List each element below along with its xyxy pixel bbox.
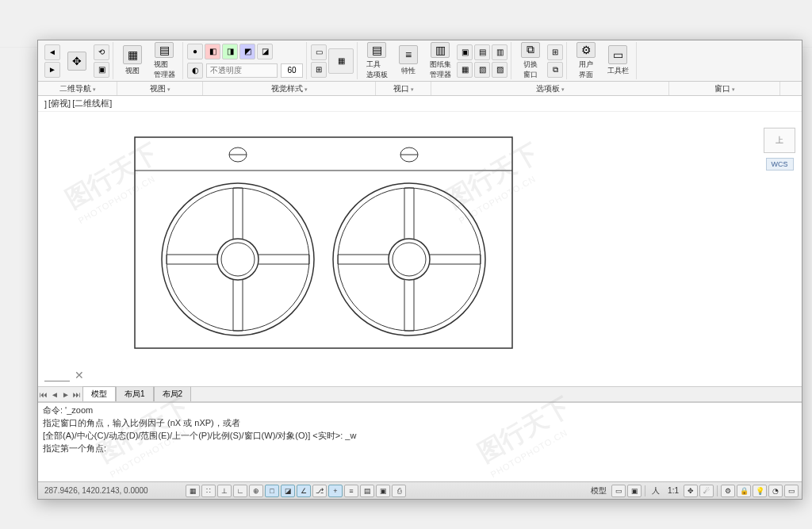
sb-iso-icon[interactable]: ◔	[768, 485, 783, 497]
panel-palettes[interactable]: 选项板	[431, 82, 669, 95]
stove-drawing	[133, 136, 514, 350]
command-window[interactable]: 命令: '_zoom 指定窗口的角点，输入比例因子 (nX 或 nXP)，或者 …	[38, 402, 802, 454]
vp-config-icon[interactable]: ▦	[328, 48, 354, 74]
palette1-icon[interactable]: ▣	[457, 44, 473, 60]
nav-fwd-icon[interactable]: ►	[44, 62, 60, 78]
view-icon: ▦	[123, 45, 142, 64]
drawing-canvas[interactable]: 上 WCS	[38, 112, 802, 386]
panel-nav2d[interactable]: 二维导航	[38, 82, 117, 95]
panel-view[interactable]: 视图	[117, 82, 203, 95]
tools-button[interactable]: ▤ 工具 选项板	[362, 42, 392, 80]
viewport-bracket: ]	[44, 99, 47, 109]
sb-anno-icon[interactable]: 人	[649, 485, 663, 496]
sb-polar-icon[interactable]: ⊕	[249, 485, 263, 497]
svg-point-10	[333, 183, 485, 335]
svg-point-11	[338, 188, 481, 331]
vs-cube2-icon[interactable]: ◨	[222, 44, 238, 59]
props-icon: ≡	[399, 45, 418, 64]
sheetset-button[interactable]: ▥ 图纸集 管理器	[425, 42, 455, 80]
svg-rect-0	[135, 137, 512, 348]
sb-ortho-icon[interactable]: ∟	[233, 485, 247, 497]
ucs-close-icon[interactable]: ✕	[75, 369, 84, 381]
vs-sphere-icon[interactable]: ●	[187, 44, 203, 59]
nav-back-icon[interactable]: ◄	[44, 44, 60, 60]
win-cascade-icon[interactable]: ⧉	[547, 62, 563, 78]
sb-otrack-icon[interactable]: ∠	[297, 485, 311, 497]
sb-osnap-icon[interactable]: □	[265, 485, 279, 497]
sb-grid-icon[interactable]: ▦	[186, 485, 200, 497]
sb-scale[interactable]: 1:1	[665, 486, 682, 495]
svg-point-12	[389, 239, 430, 280]
vs-cube3-icon[interactable]: ◩	[239, 44, 255, 59]
cmd-prompt: 指定第一个角点:	[43, 443, 797, 454]
pan-button[interactable]: ✥	[62, 42, 92, 80]
opacity-value-input[interactable]	[281, 63, 303, 78]
tab-next-icon[interactable]: ►	[60, 390, 71, 399]
toolbar-button[interactable]: ▭ 工具栏	[603, 42, 633, 80]
sb-clean-icon[interactable]: ▭	[784, 485, 799, 497]
pan-icon: ✥	[67, 52, 86, 71]
viewport-style-label[interactable]: [二维线框]	[72, 98, 112, 109]
viewcube[interactable]: 上	[764, 128, 795, 153]
toolbar-icon: ▭	[608, 45, 627, 64]
sb-dyn-icon[interactable]: +	[328, 485, 343, 497]
svg-point-7	[167, 188, 309, 331]
ui-icon: ⚙	[576, 42, 596, 58]
panel-window[interactable]: 窗口	[669, 82, 780, 95]
sb-hw-icon[interactable]: 💡	[753, 485, 767, 497]
opacity-icon[interactable]: ◐	[187, 63, 203, 79]
svg-point-6	[162, 183, 314, 335]
cmd-line: 指定窗口的角点，输入比例因子 (nX 或 nXP)，或者	[43, 417, 797, 430]
sb-sc-icon[interactable]: ⎙	[392, 485, 406, 497]
tools-icon: ▤	[367, 42, 386, 58]
sb-model-label[interactable]: 模型	[588, 485, 610, 496]
properties-button[interactable]: ≡ 特性	[393, 42, 423, 80]
vp-single-icon[interactable]: ▭	[311, 44, 327, 60]
vs-cube1-icon[interactable]: ◧	[205, 44, 220, 59]
sb-lock-icon[interactable]: 🔒	[737, 485, 751, 497]
panel-visualstyle[interactable]: 视觉样式	[203, 82, 376, 95]
ribbon-panel-labels: 二维导航 视图 视觉样式 视口 选项板 窗口	[38, 82, 802, 96]
tab-layout2[interactable]: 布局2	[154, 386, 192, 401]
panel-viewport[interactable]: 视口	[376, 82, 431, 95]
orbit-icon[interactable]: ⟲	[94, 44, 109, 60]
palette4-icon[interactable]: ▦	[457, 62, 473, 78]
win-tile-icon[interactable]: ⊞	[547, 44, 563, 60]
user-interface-button[interactable]: ⚙ 用户 界面	[571, 42, 601, 80]
palette3-icon[interactable]: ▥	[492, 44, 508, 60]
status-bar: 287.9426, 1420.2143, 0.0000 ▦ ∷ ⊥ ∟ ⊕ □ …	[38, 481, 802, 499]
switch-win-icon: ⧉	[521, 42, 540, 58]
layout-tabs: ⏮ ◄ ► ⏭ 模型 布局1 布局2	[38, 386, 802, 402]
palette6-icon[interactable]: ▨	[492, 62, 508, 78]
wcs-badge[interactable]: WCS	[766, 158, 794, 171]
svg-point-9	[221, 243, 255, 276]
sb-snap-icon[interactable]: ∷	[201, 485, 216, 497]
tab-prev-icon[interactable]: ◄	[49, 390, 60, 399]
tab-first-icon[interactable]: ⏮	[38, 390, 49, 399]
palette2-icon[interactable]: ▤	[474, 44, 490, 60]
switch-window-button[interactable]: ⧉ 切换 窗口	[515, 42, 546, 80]
sb-qp-icon[interactable]: ▣	[376, 485, 390, 497]
sb-3dosnap-icon[interactable]: ◪	[281, 485, 295, 497]
sb-annovis-icon[interactable]: ☄	[699, 485, 714, 497]
vs-cube4-icon[interactable]: ◪	[257, 44, 273, 59]
view-manager-button[interactable]: ▤ 视图 管理器	[149, 42, 179, 80]
sb-layout-max-icon[interactable]: ▣	[627, 485, 642, 497]
palette5-icon[interactable]: ▧	[474, 62, 490, 78]
tab-model[interactable]: 模型	[82, 386, 116, 401]
tab-last-icon[interactable]: ⏭	[71, 390, 82, 399]
view-button[interactable]: ▦ 视图	[117, 42, 147, 80]
sb-tpy-icon[interactable]: ▤	[360, 485, 374, 497]
viewport-view-label[interactable]: [俯视]	[48, 98, 71, 109]
sb-infer-icon[interactable]: ⊥	[217, 485, 232, 497]
opacity-input[interactable]	[206, 63, 278, 78]
viewport-label-bar: ] [俯视] [二维线框]	[38, 96, 802, 112]
vp-join-icon[interactable]: ⊞	[311, 62, 327, 78]
sb-layout-quick-icon[interactable]: ▭	[611, 485, 626, 497]
sb-ws-icon[interactable]: ⚙	[721, 485, 735, 497]
sb-ducs-icon[interactable]: ⎇	[312, 485, 327, 497]
tab-layout1[interactable]: 布局1	[116, 386, 154, 401]
sb-annoscale-icon[interactable]: ✥	[684, 485, 698, 497]
sb-lwt-icon[interactable]: ≡	[344, 485, 358, 497]
extent-icon[interactable]: ▣	[94, 62, 109, 78]
